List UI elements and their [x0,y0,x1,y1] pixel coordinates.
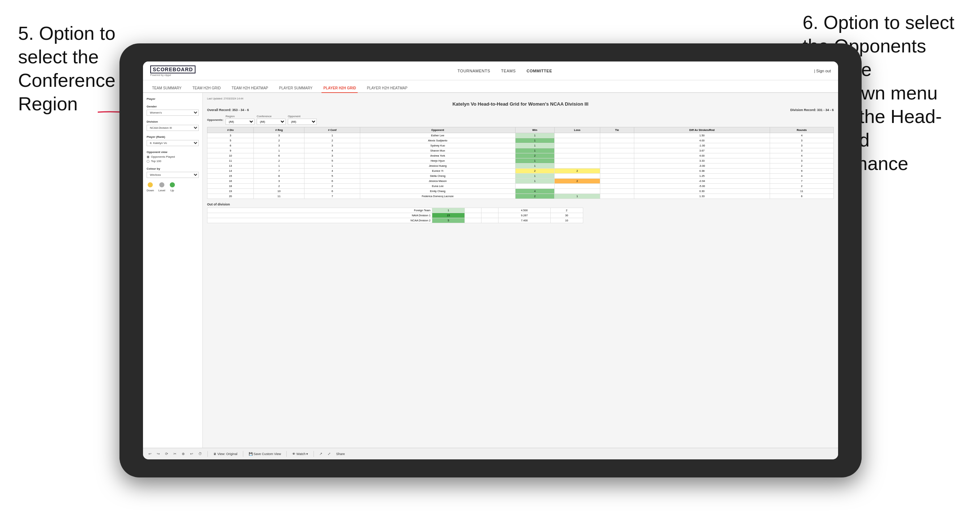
filter-opponent-group: Opponent (All) [288,115,317,125]
table-row: 15 8 5 Stella Cheng 1 1.25 4 [207,174,834,179]
region-filter-label: Region [226,115,255,118]
nav-teams[interactable]: TEAMS [501,67,515,75]
th-tie: Tie [600,127,634,133]
nav-logo: SCOREBOARD Powered by clippd [150,65,196,76]
region-filter-select[interactable]: (All) [226,119,255,125]
toolbar-share-label[interactable]: Share [336,452,345,456]
toolbar-back-icon[interactable]: ↩ [190,452,193,456]
toolbar-view-label[interactable]: 🖥 View: Original [213,452,237,456]
last-updated: Last Updated: 27/03/2024 14:44 [207,97,834,100]
division-record: Division Record: 331 - 34 - 6 [790,108,834,112]
h2h-table: # Div # Reg # Conf Opponent Win Loss Tie… [207,127,834,199]
conference-filter-label: Conference [257,115,286,118]
division-select[interactable]: NCAA Division III [146,125,199,131]
tablet-device: SCOREBOARD Powered by clippd TOURNAMENTS… [119,43,862,478]
radio-opponents-played-circle [146,156,150,159]
table-row: 5 2 2 Alexis Sudjianto 1 4.00 3 [207,138,834,143]
toolbar-refresh-icon[interactable]: ⟳ [165,452,168,456]
records-row: Overall Record: 353 - 34 - 6 Division Re… [207,108,834,112]
subnav-player-h2h-heatmap[interactable]: PLAYER H2H HEATMAP [365,84,409,93]
radio-top-100[interactable]: Top 100 [146,160,199,163]
colour-down: Down [146,182,154,192]
toolbar-undo2-icon[interactable]: ↪ [157,452,160,456]
table-row: 9 1 4 Sharon Mun 1 3.67 3 [207,148,834,153]
toolbar-undo-icon[interactable]: ↩ [148,452,151,456]
colour-by-label: Colour by [146,167,199,170]
ood-table-row: NCAA Division 2 5 7.400 10 [207,218,583,223]
out-of-division-table: Foreign Team 1 4.500 2 NAIA Division 1 1… [207,208,583,223]
left-panel: Player Gender Women's Division NCAA Divi… [143,93,203,448]
subnav-player-h2h-grid[interactable]: PLAYER H2H GRID [321,84,358,93]
nav-tournaments[interactable]: TOURNAMENTS [458,67,490,75]
subnav-team-summary[interactable]: TEAM SUMMARY [150,84,183,93]
th-conf: # Conf [304,127,360,133]
filter-conference-group: Conference (All) [257,115,286,125]
opponent-filter-select[interactable]: (All) [288,119,317,125]
th-rounds: Rounds [770,127,834,133]
toolbar-watch-label[interactable]: 👁 Watch ▾ [292,452,308,456]
sub-nav: TEAM SUMMARY TEAM H2H GRID TEAM H2H HEAT… [143,80,838,93]
nav-links: TOURNAMENTS TEAMS COMMITTEE [458,67,552,75]
table-row: 11 2 5 Heejo Hyun 1 3.33 3 [207,159,834,163]
filter-opponents-row: Opponents: Region (All) Conference (All) [207,115,834,125]
gender-label: Gender [146,105,199,108]
subnav-team-h2h-grid[interactable]: TEAM H2H GRID [191,84,223,93]
opponents-label: Opponents: [207,118,223,122]
table-row: 14 7 4 Eunice Yi 2 2 0.38 9 [207,168,834,174]
content-header: Last Updated: 27/03/2024 14:44 Katelyn V… [207,97,834,112]
logo-sub: Powered by clippd [150,74,171,76]
th-win: Win [515,127,554,133]
ood-table-row: Foreign Team 1 4.500 2 [207,208,583,213]
page-title: Katelyn Vo Head-to-Head Grid for Women's… [207,101,834,107]
radio-opponents-played[interactable]: Opponents Played [146,155,199,159]
table-row: 19 10 6 Emily Chang 4 0.30 11 [207,189,834,194]
panel-gender-section: Gender Women's [146,105,199,116]
panel-player-rank-section: Player (Rank) 8. Katelyn Vo [146,135,199,146]
th-reg: # Reg [254,127,304,133]
panel-colour-dots-section: Down Level Up [146,182,199,192]
toolbar-resize-icon[interactable]: ⤢ [328,452,331,456]
gender-select[interactable]: Women's [146,110,199,116]
opponent-view-radio-group: Opponents Played Top 100 [146,155,199,163]
subnav-team-h2h-heatmap[interactable]: TEAM H2H HEATMAP [230,84,270,93]
colour-dot-down [148,182,153,187]
player-rank-select[interactable]: 8. Katelyn Vo [146,140,199,146]
toolbar-sep-1 [207,451,208,457]
table-row: 6 3 3 Sydney Kuo 1 -1.00 3 [207,143,834,148]
right-content: Last Updated: 27/03/2024 14:44 Katelyn V… [203,93,838,448]
th-loss: Loss [554,127,600,133]
toolbar-sep-3 [286,451,287,457]
out-of-division-label: Out of division [207,203,834,206]
ood-table-row: NAIA Division 1 15 9.267 30 [207,213,583,218]
table-row: 16 3 6 Jessica Mason 1 2 -0.94 7 [207,179,834,184]
subnav-player-summary[interactable]: PLAYER SUMMARY [277,84,314,93]
toolbar-cut-icon[interactable]: ✂ [173,452,176,456]
toolbar-add-icon[interactable]: ⊕ [182,452,185,456]
th-diff: Diff Av Strokes/Rnd [634,127,770,133]
colour-up: Up [170,182,175,192]
tablet-screen: SCOREBOARD Powered by clippd TOURNAMENTS… [143,62,838,459]
colour-level: Level [158,182,165,192]
player-rank-label: Player (Rank) [146,135,199,138]
panel-colour-by-section: Colour by Win/loss [146,167,199,178]
colour-dots-row: Down Level Up [146,182,199,192]
overall-record: Overall Record: 353 - 34 - 6 [207,108,249,112]
toolbar-sep-4 [313,451,314,457]
radio-top-100-circle [146,160,150,163]
panel-opponent-view-section: Opponent view Opponents Played Top 100 [146,151,199,163]
conference-filter-select[interactable]: (All) [257,119,286,125]
filter-region-group: Region (All) [226,115,255,125]
colour-by-select[interactable]: Win/loss [146,172,199,178]
division-label: Division [146,120,199,123]
table-row: 18 2 2 Euna Lee -5.00 2 [207,184,834,189]
nav-sign-out[interactable]: | Sign out [814,69,831,73]
main-content: Player Gender Women's Division NCAA Divi… [143,93,838,448]
toolbar-timer-icon[interactable]: ⏱ [198,452,202,456]
colour-dot-up [170,182,175,187]
th-opponent: Opponent [360,127,515,133]
nav-committee[interactable]: COMMITTEE [527,67,552,75]
th-div: # Div [207,127,254,133]
toolbar-expand-icon[interactable]: ↗ [319,452,322,456]
toolbar-save-label[interactable]: 💾 Save Custom View [249,452,281,456]
top-nav: SCOREBOARD Powered by clippd TOURNAMENTS… [143,62,838,80]
